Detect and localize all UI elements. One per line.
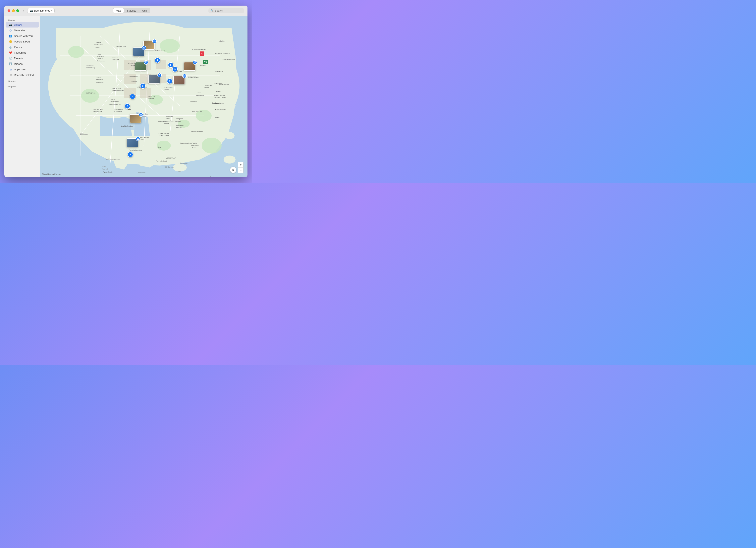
svg-text:Sairaalan Puisto: Sairaalan Puisto bbox=[112, 90, 124, 91]
places-icon: ⚓ bbox=[9, 45, 12, 49]
svg-text:Church: Church bbox=[130, 65, 135, 67]
sidebar-item-recently-deleted[interactable]: 🗑 Recently Deleted bbox=[6, 72, 39, 78]
svg-text:Scandic Marina: Scandic Marina bbox=[214, 94, 225, 96]
photo-cluster[interactable]: 3 bbox=[167, 78, 173, 84]
sidebar-item-label: Imports bbox=[14, 62, 23, 65]
library-label: Both Libraries bbox=[34, 9, 50, 12]
svg-text:Hill Park: Hill Park bbox=[176, 127, 182, 128]
svg-text:Harakka: Harakka bbox=[210, 176, 216, 177]
svg-text:Islamilainen: Islamilainen bbox=[96, 79, 103, 80]
svg-text:(Johanneksen: (Johanneksen bbox=[164, 120, 174, 122]
svg-text:Uunisaaret: Uunisaaret bbox=[180, 162, 188, 164]
svg-text:CATHEDRAL: CATHEDRAL bbox=[188, 76, 199, 78]
svg-point-20 bbox=[157, 141, 171, 150]
svg-text:Russian Embassy: Russian Embassy bbox=[191, 130, 203, 132]
sidebar-item-label: Shared with You bbox=[14, 34, 33, 37]
photo-cluster[interactable]: 10 bbox=[184, 62, 195, 72]
sidebar-item-shared-with-you[interactable]: 👥 Shared with You bbox=[6, 33, 39, 39]
map-container[interactable]: 4 75 MERIKAKA KAISANIEMI KRISTIANINKATU … bbox=[40, 16, 247, 177]
back-button[interactable]: ‹ bbox=[22, 8, 26, 13]
minimize-button[interactable] bbox=[12, 9, 15, 12]
sidebar-item-recents[interactable]: 🕐 Recents bbox=[6, 55, 39, 61]
svg-text:Liuskasaari: Liuskasaari bbox=[138, 171, 146, 173]
svg-text:sairaala: sairaala bbox=[175, 120, 181, 122]
sidebar-item-label: Recently Deleted bbox=[14, 74, 34, 77]
svg-text:University of: University of bbox=[164, 86, 173, 88]
maximize-button[interactable] bbox=[16, 9, 19, 12]
svg-text:Hietaranta: Hietaranta bbox=[86, 64, 93, 66]
svg-text:Verkkokauppa.com: Verkkokauppa.com bbox=[106, 158, 120, 160]
tab-map[interactable]: Map bbox=[113, 8, 124, 13]
tab-grid[interactable]: Grid bbox=[139, 8, 150, 13]
tab-satellite[interactable]: Satellite bbox=[124, 8, 139, 13]
shared-icon: 👥 bbox=[9, 34, 12, 38]
svg-text:Puisto: Puisto bbox=[192, 147, 196, 149]
sidebar-item-people-pets[interactable]: 😊 People & Pets bbox=[6, 39, 39, 44]
svg-text:Nihtilaitu: Nihtilaitu bbox=[219, 40, 226, 42]
main-window: ‹ 📷 Both Libraries ▾ Map Satellite Grid … bbox=[4, 6, 247, 177]
svg-text:NJK Blekhomen: NJK Blekhomen bbox=[215, 108, 226, 110]
library-selector[interactable]: 📷 Both Libraries ▾ bbox=[27, 8, 54, 13]
photo-cluster[interactable]: 4 bbox=[130, 94, 135, 99]
sidebar-item-library[interactable]: 📷 Library bbox=[6, 22, 39, 28]
search-input[interactable] bbox=[215, 9, 242, 12]
svg-point-19 bbox=[202, 138, 222, 153]
svg-text:Congress Center: Congress Center bbox=[214, 97, 226, 98]
svg-point-30 bbox=[225, 76, 235, 83]
svg-text:Helsinki: Helsinki bbox=[164, 89, 169, 90]
photo-cluster[interactable]: 4 bbox=[155, 57, 160, 63]
sidebar-item-memories[interactable]: ◎ Memories bbox=[6, 28, 39, 33]
photo-cluster[interactable]: 11 bbox=[130, 114, 141, 124]
svg-text:Ravintola Saari: Ravintola Saari bbox=[156, 160, 167, 162]
sidebar-item-favourites[interactable]: ❤️ Favourites bbox=[6, 50, 39, 55]
sidebar-section-projects: Projects bbox=[4, 85, 40, 88]
photo-cluster[interactable]: 3 bbox=[128, 152, 133, 157]
titlebar: ‹ 📷 Both Libraries ▾ Map Satellite Grid … bbox=[4, 6, 247, 16]
photo-cluster[interactable]: 3 bbox=[172, 66, 178, 72]
svg-text:Fredrik: Fredrik bbox=[192, 142, 197, 144]
svg-text:Eira: Eira bbox=[158, 146, 161, 148]
svg-text:Hesperian: Hesperian bbox=[111, 56, 118, 58]
svg-text:Hautausmaa: Hautausmaa bbox=[97, 60, 105, 62]
svg-point-15 bbox=[81, 89, 99, 103]
sidebar-item-places[interactable]: ⚓ Places bbox=[6, 44, 39, 50]
svg-text:Hietalahdenallas: Hietalahdenallas bbox=[120, 125, 133, 127]
sidebar-item-label: Favourites bbox=[14, 51, 26, 54]
svg-text:Hakaniemi-Korsesaari: Hakaniemi-Korsesaari bbox=[215, 53, 230, 55]
svg-text:Helsinki: Helsinki bbox=[110, 98, 115, 100]
trash-icon: 🗑 bbox=[9, 73, 12, 77]
photo-cluster[interactable]: 2 bbox=[125, 103, 130, 109]
svg-text:KAISANIEMI: KAISANIEMI bbox=[155, 49, 165, 51]
photo-cluster[interactable]: 11 bbox=[135, 62, 146, 72]
svg-text:Lastenleihto Park: Lastenleihto Park bbox=[109, 103, 122, 105]
svg-text:Kamppi: Kamppi bbox=[132, 80, 137, 82]
duplicates-icon: ⊡ bbox=[9, 68, 12, 71]
photo-cluster[interactable]: 5 bbox=[148, 75, 160, 84]
svg-text:Pohjoisatama: Pohjoisatama bbox=[214, 70, 223, 72]
svg-text:MERIKAKA: MERIKAKA bbox=[86, 92, 95, 94]
svg-text:K-Citymarket: K-Citymarket bbox=[114, 108, 123, 110]
sidebar-item-label: Library bbox=[14, 23, 22, 26]
sidebar-section-photos: Photos bbox=[4, 18, 40, 22]
chevron-down-icon: ▾ bbox=[51, 10, 52, 12]
photo-cluster[interactable]: 20 bbox=[173, 76, 185, 85]
svg-text:Tekunurmiketti: Tekunurmiketti bbox=[159, 135, 169, 136]
svg-text:Seurakun.: Seurakun. bbox=[97, 58, 103, 59]
svg-text:Pyhän Birgitin: Pyhän Birgitin bbox=[103, 171, 113, 173]
close-button[interactable] bbox=[8, 9, 10, 12]
photo-cluster[interactable]: 12 bbox=[127, 138, 138, 148]
photo-cluster[interactable]: 11 bbox=[133, 47, 144, 57]
svg-text:Narinkkatori: Narinkkatori bbox=[130, 75, 138, 77]
sidebar-item-label: Memories bbox=[14, 29, 25, 32]
svg-text:Puisto: Puisto bbox=[95, 46, 100, 48]
search-box[interactable]: 🔍 bbox=[208, 8, 244, 13]
photo-cluster[interactable]: 3 bbox=[140, 83, 146, 89]
sidebar-item-duplicates[interactable]: ⊡ Duplicates bbox=[6, 67, 39, 72]
zoom-out-button[interactable]: − bbox=[238, 167, 243, 173]
svg-text:Kaivopuisto Park: Kaivopuisto Park bbox=[180, 142, 192, 144]
svg-text:hautausmaa: hautausmaa bbox=[96, 81, 103, 83]
sidebar-item-imports[interactable]: ⬇️ Imports bbox=[6, 61, 39, 67]
show-nearby-photos[interactable]: Show Nearby Photos bbox=[42, 173, 61, 175]
zoom-in-button[interactable]: + bbox=[238, 162, 243, 167]
svg-text:Söätyrin...: Söätyrin... bbox=[200, 64, 207, 66]
